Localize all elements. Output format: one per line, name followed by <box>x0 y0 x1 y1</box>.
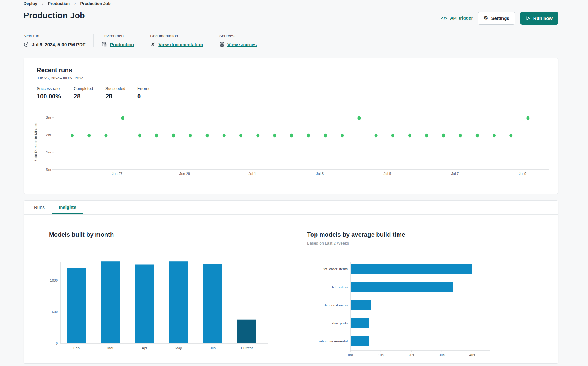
environment-icon <box>102 42 107 47</box>
timer-icon <box>24 42 29 47</box>
run-now-label: Run now <box>533 16 553 21</box>
svg-text:Jul 3: Jul 3 <box>316 172 324 176</box>
sources-section: Sources View sources <box>219 34 265 47</box>
svg-text:fct_orders: fct_orders <box>332 285 348 289</box>
svg-text:40s: 40s <box>469 353 475 357</box>
next-run-section: Next run Jul 9, 2024, 5:00 PM PDT <box>24 34 94 47</box>
svg-text:Jul 5: Jul 5 <box>384 172 391 176</box>
top-models-chart-title: Top models by average build time <box>307 231 405 238</box>
environment-label: Environment <box>102 34 134 38</box>
tab-bar: Runs Insights <box>24 201 558 215</box>
job-info-row: Next run Jul 9, 2024, 5:00 PM PDT Enviro… <box>24 34 272 47</box>
header-actions: </> API trigger ⚙ Settings Run now <box>441 11 558 25</box>
svg-text:30s: 30s <box>439 353 445 357</box>
svg-text:Jun: Jun <box>210 346 216 350</box>
next-run-label: Next run <box>24 34 85 38</box>
dbt-docs-icon <box>150 42 156 47</box>
breadcrumb-item-current: Production Job <box>80 1 111 6</box>
next-run-value: Jul 9, 2024, 5:00 PM PDT <box>32 42 85 47</box>
svg-text:1m: 1m <box>46 150 51 154</box>
documentation-section: Documentation View documentation <box>150 34 211 47</box>
breadcrumb-item-deploy[interactable]: Deploy <box>24 1 37 6</box>
svg-text:Jun 29: Jun 29 <box>179 172 190 176</box>
run-stats-row: Success rate 100.00% Completed 28 Succee… <box>37 86 150 100</box>
tab-runs[interactable]: Runs <box>27 201 52 214</box>
svg-text:20s: 20s <box>409 353 414 357</box>
svg-text:May: May <box>175 346 182 350</box>
gear-icon: ⚙ <box>483 15 488 20</box>
environment-link[interactable]: Production <box>110 42 134 47</box>
settings-label: Settings <box>491 16 509 21</box>
top-models-chart-subtitle: Based on Last 2 Weeks <box>307 241 349 246</box>
api-trigger-link[interactable]: </> API trigger <box>441 16 473 20</box>
tab-insights[interactable]: Insights <box>52 201 83 214</box>
models-built-chart-title: Models built by month <box>49 231 114 238</box>
documentation-label: Documentation <box>150 34 203 38</box>
api-trigger-label: API trigger <box>450 16 473 20</box>
svg-text:Mar: Mar <box>107 346 113 350</box>
stat-errored: Errored 0 <box>137 86 150 100</box>
stat-succeeded: Succeeded 28 <box>105 86 137 100</box>
models-built-by-month-chart: 05001000FebMarAprMayJunCurrent <box>46 252 279 356</box>
top-models-build-time-chart: 0m10s20s30s40sfct_order_itemsfct_ordersd… <box>318 260 508 358</box>
svg-text:fct_order_items: fct_order_items <box>324 267 348 271</box>
breadcrumb-separator-icon: › <box>42 1 43 6</box>
svg-text:dim_customers: dim_customers <box>324 303 348 307</box>
stat-completed: Completed 28 <box>74 86 105 100</box>
job-detail-card: Runs Insights Models built by month 0500… <box>24 200 558 364</box>
svg-text:2m: 2m <box>46 133 51 137</box>
svg-text:Jul 1: Jul 1 <box>249 172 256 176</box>
svg-text:materialization_incremental: materialization_incremental <box>318 339 348 343</box>
svg-text:0: 0 <box>56 342 58 345</box>
recent-runs-card: Recent runs Jun 25, 2024–Jul 09, 2024 Su… <box>24 58 558 194</box>
settings-button[interactable]: ⚙ Settings <box>478 12 515 25</box>
view-sources-link[interactable]: View sources <box>227 42 257 47</box>
svg-text:Apr: Apr <box>142 346 147 350</box>
build-duration-scatter-chart: 0m1m2m3mBuild Duration in MinutesJun 27J… <box>31 113 551 179</box>
svg-text:10s: 10s <box>378 353 384 357</box>
svg-text:Jul 9: Jul 9 <box>519 172 526 176</box>
play-icon <box>526 16 530 20</box>
view-documentation-link[interactable]: View documentation <box>158 42 203 47</box>
svg-text:0m: 0m <box>46 168 51 171</box>
svg-text:500: 500 <box>52 310 58 314</box>
page-title: Production Job <box>24 11 85 20</box>
svg-text:dim_parts: dim_parts <box>332 321 348 325</box>
environment-section: Environment Production <box>102 34 142 47</box>
recent-runs-date-range: Jun 25, 2024–Jul 09, 2024 <box>37 76 83 80</box>
svg-text:Current: Current <box>241 346 253 350</box>
stat-success-rate: Success rate 100.00% <box>37 86 74 100</box>
code-icon: </> <box>441 16 448 20</box>
svg-text:3m: 3m <box>46 116 51 120</box>
breadcrumb-item-production[interactable]: Production <box>48 1 70 6</box>
breadcrumb-separator-icon: › <box>74 1 76 6</box>
svg-text:1000: 1000 <box>50 279 58 282</box>
svg-text:Build Duration in Minutes: Build Duration in Minutes <box>34 123 38 162</box>
svg-text:Jun 27: Jun 27 <box>112 172 123 176</box>
breadcrumb: Deploy › Production › Production Job <box>24 1 111 6</box>
run-now-button[interactable]: Run now <box>520 12 558 25</box>
svg-text:Feb: Feb <box>73 346 80 350</box>
svg-text:Jul 7: Jul 7 <box>451 172 459 176</box>
svg-text:0m: 0m <box>348 353 353 357</box>
sources-label: Sources <box>219 34 257 38</box>
recent-runs-title: Recent runs <box>37 67 72 74</box>
database-icon <box>219 42 225 47</box>
